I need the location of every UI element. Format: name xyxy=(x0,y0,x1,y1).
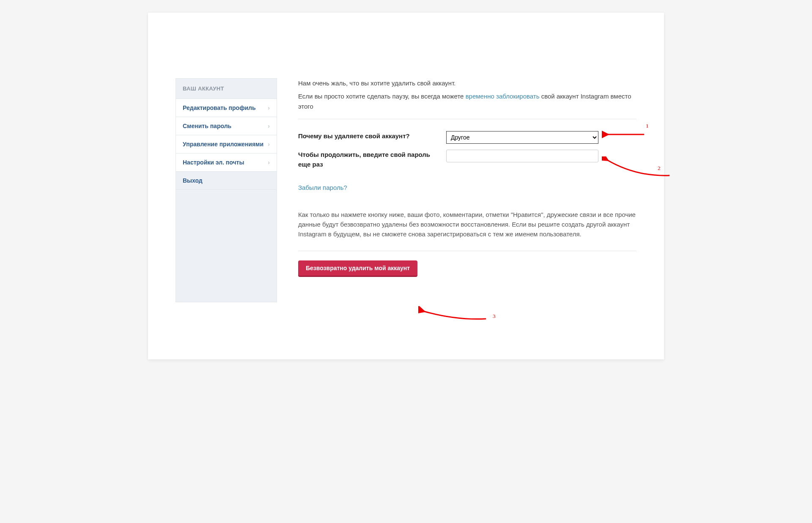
sidebar-header: ВАШ АККАУНТ xyxy=(176,79,277,99)
annotation-arrow-3 xyxy=(418,306,490,323)
sidebar-item-label: Редактировать профиль xyxy=(183,104,256,111)
delete-account-button[interactable]: Безвозвратно удалить мой аккаунт xyxy=(298,260,417,277)
annotation-label-3: 3 xyxy=(493,312,496,320)
pause-text: Если вы просто хотите сделать паузу, вы … xyxy=(298,91,636,111)
reason-select-wrap: Другое xyxy=(446,131,598,144)
chevron-right-icon: › xyxy=(268,123,270,129)
sidebar-item-email-settings[interactable]: Настройки эл. почты › xyxy=(176,153,277,171)
divider xyxy=(298,251,636,251)
password-input[interactable] xyxy=(446,150,598,162)
password-label: Чтобы продолжить, введите свой пароль ещ… xyxy=(298,150,446,170)
sidebar-item-label: Настройки эл. почты xyxy=(183,159,244,166)
sidebar-item-manage-apps[interactable]: Управление приложениями › xyxy=(176,135,277,153)
layout-wrapper: ВАШ АККАУНТ Редактировать профиль › Смен… xyxy=(176,78,636,302)
sidebar-item-edit-profile[interactable]: Редактировать профиль › xyxy=(176,99,277,117)
forgot-password-link[interactable]: Забыли пароль? xyxy=(298,183,347,192)
password-input-wrap xyxy=(446,150,598,162)
settings-page-card: ВАШ АККАУНТ Редактировать профиль › Смен… xyxy=(148,13,664,359)
sidebar-item-label: Сменить пароль xyxy=(183,123,231,129)
content-area: Нам очень жаль, что вы хотите удалить св… xyxy=(277,78,636,302)
warning-text: Как только вы нажмете кнопку ниже, ваши … xyxy=(298,210,636,239)
sidebar-item-logout[interactable]: Выход xyxy=(176,171,277,190)
sidebar-item-label: Управление приложениями xyxy=(183,141,263,148)
sidebar-item-change-password[interactable]: Сменить пароль › xyxy=(176,117,277,135)
temporarily-disable-link[interactable]: временно заблокировать xyxy=(466,93,540,100)
chevron-right-icon: › xyxy=(268,141,270,148)
chevron-right-icon: › xyxy=(268,159,270,166)
delete-form: Почему вы удаляете свой аккаунт? Другое … xyxy=(298,131,636,277)
divider xyxy=(298,119,636,119)
pause-text-prefix: Если вы просто хотите сделать паузу, вы … xyxy=(298,93,466,100)
chevron-right-icon: › xyxy=(268,104,270,111)
password-row: Чтобы продолжить, введите свой пароль ещ… xyxy=(298,150,636,170)
reason-row: Почему вы удаляете свой аккаунт? Другое xyxy=(298,131,636,144)
sorry-text: Нам очень жаль, что вы хотите удалить св… xyxy=(298,78,636,88)
annotation-label-1: 1 xyxy=(646,122,649,130)
sidebar-item-label: Выход xyxy=(183,177,203,184)
reason-select[interactable]: Другое xyxy=(446,131,598,144)
sidebar: ВАШ АККАУНТ Редактировать профиль › Смен… xyxy=(176,78,277,302)
reason-label: Почему вы удаляете свой аккаунт? xyxy=(298,131,446,141)
annotation-label-2: 2 xyxy=(658,164,661,173)
